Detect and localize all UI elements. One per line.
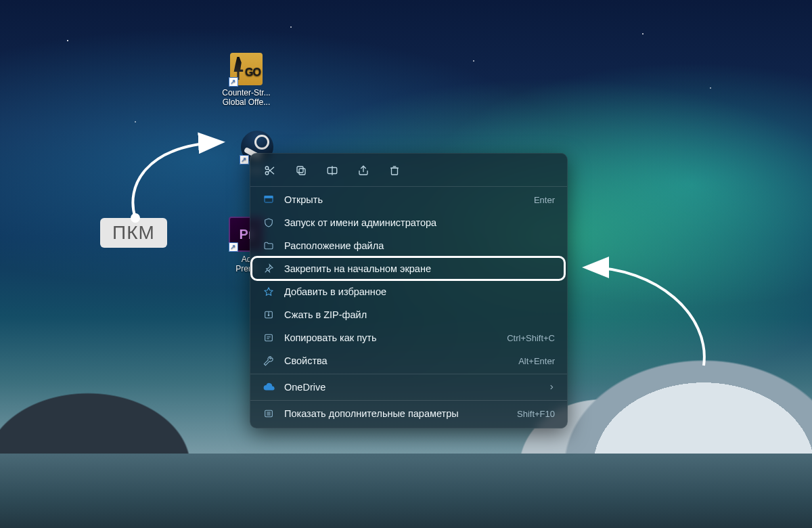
menu-item-compress-zip[interactable]: Сжать в ZIP-файл <box>250 303 567 326</box>
menu-item-pin-start[interactable]: Закрепить на начальном экране <box>250 257 567 280</box>
menu-item-label: OneDrive <box>284 382 539 393</box>
menu-item-onedrive[interactable]: OneDrive <box>250 376 567 399</box>
desktop-icon-csgo[interactable]: Counter-Str... Global Offe... <box>217 53 276 107</box>
folder-icon <box>263 240 275 251</box>
svg-rect-8 <box>392 168 398 175</box>
desktop[interactable]: Counter-Str... Global Offe... Ste Pr Ad … <box>0 0 812 528</box>
menu-item-label: Свойства <box>284 355 509 366</box>
shortcut-arrow-icon <box>229 77 238 87</box>
onedrive-icon <box>263 382 275 392</box>
svg-rect-10 <box>265 196 273 198</box>
menu-item-label: Добавить в избранное <box>284 286 555 297</box>
menu-item-file-location[interactable]: Расположение файла <box>250 234 567 257</box>
separator <box>250 374 567 374</box>
wallpaper-sea <box>0 454 812 528</box>
shortcut-arrow-icon <box>229 242 238 252</box>
share-icon <box>357 164 369 177</box>
menu-item-accel: Alt+Enter <box>518 356 555 366</box>
annotation-callout: ПКМ <box>100 218 167 248</box>
separator <box>250 186 567 187</box>
svg-rect-6 <box>297 167 303 173</box>
trash-icon <box>388 164 401 177</box>
rename-icon <box>326 164 338 177</box>
wrench-icon <box>263 355 275 366</box>
open-icon <box>263 194 275 205</box>
menu-item-accel: Enter <box>534 195 555 205</box>
context-menu-toolbar <box>250 154 567 185</box>
menu-item-accel: Ctrl+Shift+C <box>507 333 555 343</box>
callout-label: ПКМ <box>112 222 155 243</box>
copy-button[interactable] <box>294 163 309 178</box>
scissors-icon <box>264 164 276 177</box>
menu-item-label: Сжать в ZIP-файл <box>284 309 555 320</box>
pin-icon <box>263 263 275 274</box>
copy-path-icon <box>263 332 275 343</box>
menu-item-add-favorite[interactable]: Добавить в избранное <box>250 280 567 303</box>
svg-point-3 <box>265 167 269 170</box>
csgo-icon <box>230 53 263 85</box>
svg-rect-5 <box>299 169 305 175</box>
separator <box>250 400 567 401</box>
share-button[interactable] <box>356 163 371 178</box>
chevron-right-icon <box>548 382 555 393</box>
icon-label: Counter-Str... <box>217 88 276 97</box>
menu-item-label: Показать дополнительные параметры <box>284 408 508 419</box>
menu-item-label: Запуск от имени администратора <box>284 217 555 228</box>
menu-item-label: Открыть <box>284 194 524 205</box>
shield-icon <box>263 217 275 228</box>
svg-point-4 <box>265 172 269 175</box>
delete-button[interactable] <box>387 163 402 178</box>
shortcut-arrow-icon <box>240 155 249 164</box>
menu-item-copy-path[interactable]: Копировать как путь Ctrl+Shift+C <box>250 326 567 349</box>
more-icon <box>263 408 275 419</box>
rename-button[interactable] <box>325 163 340 178</box>
cut-button[interactable] <box>263 163 277 178</box>
svg-point-12 <box>268 315 269 316</box>
copy-icon <box>295 164 307 177</box>
menu-item-label: Копировать как путь <box>284 332 497 343</box>
menu-item-accel: Shift+F10 <box>517 409 555 419</box>
menu-item-label: Расположение файла <box>284 240 555 251</box>
svg-rect-13 <box>265 334 273 340</box>
zip-icon <box>263 309 275 320</box>
menu-item-properties[interactable]: Свойства Alt+Enter <box>250 349 567 372</box>
star-icon <box>263 286 275 297</box>
menu-item-label: Закрепить на начальном экране <box>284 263 555 274</box>
menu-item-show-more[interactable]: Показать дополнительные параметры Shift+… <box>250 402 567 425</box>
menu-item-run-as-admin[interactable]: Запуск от имени администратора <box>250 211 567 234</box>
menu-item-open[interactable]: Открыть Enter <box>250 188 567 211</box>
icon-label: Global Offe... <box>217 97 276 107</box>
context-menu: Открыть Enter Запуск от имени администра… <box>250 153 568 428</box>
